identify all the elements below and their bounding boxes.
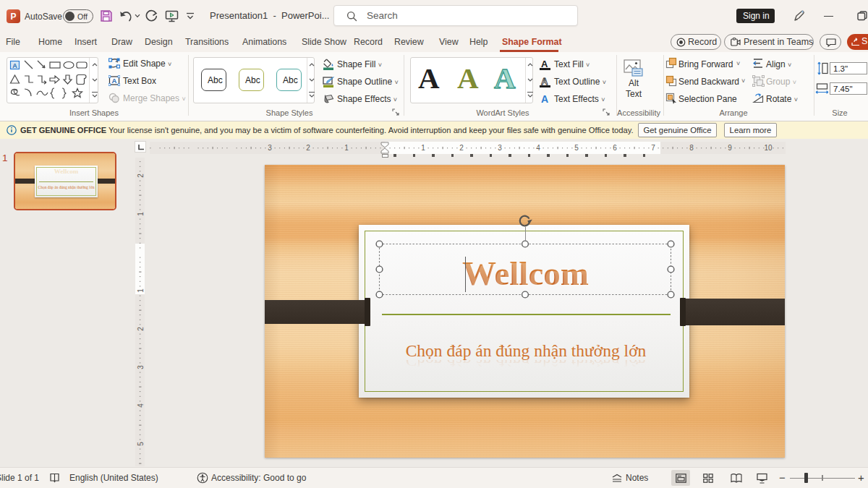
svg-text:P: P	[10, 12, 16, 22]
svg-text:A: A	[12, 62, 17, 69]
svg-text:A: A	[112, 77, 117, 85]
